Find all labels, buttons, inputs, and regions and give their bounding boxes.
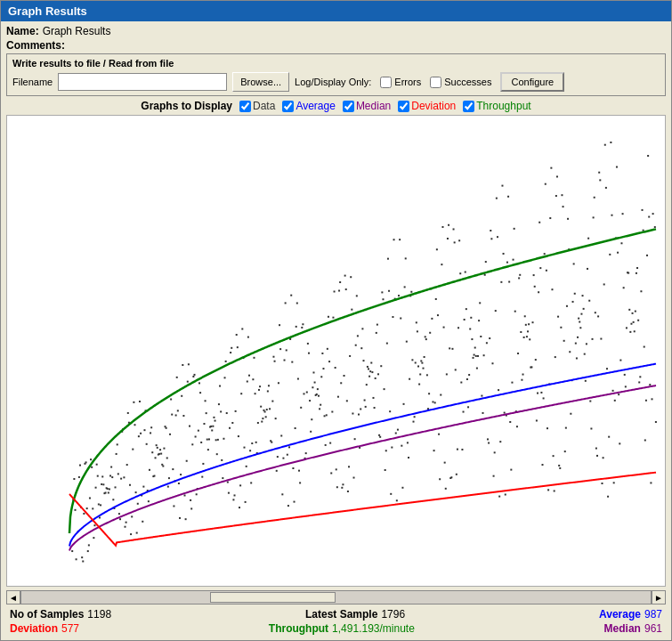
median-stat-value: 961	[644, 622, 662, 635]
comments-label: Comments:	[6, 39, 65, 52]
median-check[interactable]: Median	[343, 100, 391, 112]
scrollbar[interactable]: ◄ ►	[6, 590, 666, 604]
scroll-thumb[interactable]	[210, 592, 336, 603]
browse-button[interactable]: Browse...	[232, 72, 289, 92]
stats-row: No of Samples 1198 Latest Sample 1796 Av…	[6, 606, 666, 637]
average-stat-value: 987	[644, 608, 662, 621]
deviation-label: Deviation	[411, 100, 456, 112]
graphs-display-row: Graphs to Display Data Average Median De…	[6, 100, 666, 112]
data-check[interactable]: Data	[239, 100, 275, 112]
deviation-check[interactable]: Deviation	[398, 100, 456, 112]
deviation-stat-label: Deviation	[10, 622, 58, 635]
no-samples-label: No of Samples	[10, 608, 84, 621]
median-checkbox[interactable]	[343, 101, 354, 112]
median-stat-label: Median	[604, 622, 641, 635]
average-label: Average	[296, 100, 335, 112]
successes-check[interactable]: Successes	[430, 77, 491, 88]
scroll-left-button[interactable]: ◄	[6, 590, 20, 604]
latest-sample-value: 1796	[381, 608, 405, 621]
errors-check[interactable]: Errors	[380, 77, 421, 88]
median-label: Median	[356, 100, 391, 112]
section-title: Write results to file / Read from file	[12, 58, 660, 69]
graph-canvas	[7, 116, 665, 586]
main-window: Graph Results Name: Graph Results Commen…	[0, 0, 672, 641]
name-label: Name:	[6, 25, 39, 37]
successes-checkbox[interactable]	[430, 77, 441, 88]
graph-area: 1380 ms 0 ms	[6, 115, 666, 587]
data-label: Data	[253, 100, 275, 112]
average-checkbox[interactable]	[282, 101, 294, 112]
filename-input[interactable]	[58, 73, 227, 91]
throughput-checkbox[interactable]	[463, 101, 474, 112]
data-checkbox[interactable]	[239, 101, 251, 112]
latest-sample-label: Latest Sample	[305, 608, 377, 621]
log-display-label: Log/Display Only:	[295, 77, 371, 87]
deviation-checkbox[interactable]	[398, 101, 409, 112]
window-title: Graph Results	[8, 4, 87, 18]
title-bar: Graph Results	[1, 1, 671, 21]
graphs-to-display-label: Graphs to Display	[141, 100, 232, 112]
throughput-stat-label: Throughput	[269, 622, 328, 635]
scroll-right-button[interactable]: ►	[652, 590, 666, 604]
average-stat-label: Average	[599, 608, 641, 621]
throughput-stat-value: 1,491.193/minute	[332, 622, 415, 635]
file-section: Write results to file / Read from file F…	[6, 53, 666, 96]
scroll-track[interactable]	[20, 590, 652, 604]
filename-label: Filename	[12, 77, 53, 87]
average-check[interactable]: Average	[282, 100, 335, 112]
throughput-label: Throughput	[476, 100, 530, 112]
no-samples-value: 1198	[87, 608, 111, 621]
name-value: Graph Results	[43, 25, 111, 37]
errors-label: Errors	[394, 77, 421, 87]
throughput-check[interactable]: Throughput	[463, 100, 530, 112]
errors-checkbox[interactable]	[380, 77, 392, 88]
successes-label: Successes	[444, 77, 491, 87]
configure-button[interactable]: Configure	[500, 72, 564, 92]
deviation-stat-value: 577	[61, 622, 79, 635]
